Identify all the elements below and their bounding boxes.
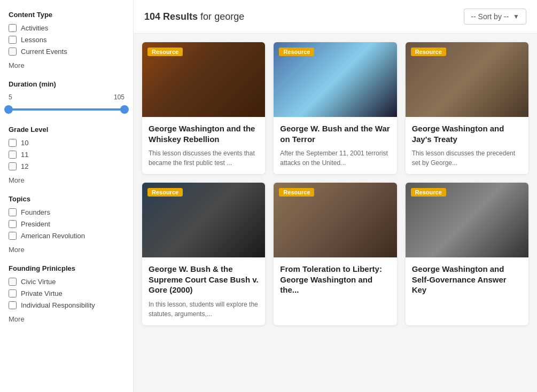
filter-item[interactable]: 10: [9, 139, 124, 147]
cards-grid: ResourceGeorge Washington and the Whiske…: [134, 34, 537, 334]
filter-item[interactable]: American Revolution: [9, 232, 124, 240]
filter-item[interactable]: Individual Responsibility: [9, 301, 124, 309]
card-body: George W. Bush & the Supreme Court Case …: [142, 257, 265, 325]
card-body: George Washington and Self-Governance An…: [406, 257, 528, 306]
filter-label: Founders: [21, 208, 50, 216]
filter-checkbox[interactable]: [9, 232, 17, 240]
filter-item[interactable]: Activities: [9, 24, 124, 32]
filter-item[interactable]: 11: [9, 151, 124, 159]
card-title: George Washington and the Whiskey Rebell…: [149, 123, 259, 144]
filter-item[interactable]: Current Events: [9, 48, 124, 56]
card-image: Resource: [142, 42, 265, 117]
card-description: In this lesson, students will explore th…: [149, 300, 259, 319]
card-title: George W. Bush and the War on Terror: [280, 123, 390, 144]
duration-title: Duration (min): [9, 80, 124, 88]
slider-thumb-left[interactable]: [4, 105, 13, 114]
content-type-more[interactable]: More: [9, 61, 25, 69]
resource-card[interactable]: ResourceGeorge Washington and Jay's Trea…: [406, 42, 528, 174]
grade-level-filter: Grade Level 101112 More: [9, 126, 124, 184]
resource-badge: Resource: [411, 188, 446, 197]
results-query: for george: [200, 11, 244, 22]
filter-checkbox[interactable]: [9, 301, 17, 309]
duration-filter: Duration (min) 5 105: [9, 80, 124, 115]
slider-fill: [9, 108, 124, 111]
filter-checkbox[interactable]: [9, 36, 17, 44]
resource-badge: Resource: [147, 48, 183, 56]
filter-item[interactable]: Private Virtue: [9, 289, 124, 297]
filter-checkbox[interactable]: [9, 139, 17, 147]
founding-principles-filter: Founding Prinicples Civic VirtuePrivate …: [9, 264, 124, 323]
card-body: George Washington and the Whiskey Rebell…: [142, 117, 265, 174]
card-title: George W. Bush & the Supreme Court Case …: [149, 264, 259, 295]
resource-card[interactable]: ResourceGeorge Washington and the Whiske…: [142, 42, 265, 174]
duration-slider[interactable]: [9, 104, 124, 115]
filter-label: President: [21, 220, 50, 228]
card-title: George Washington and Jay's Treaty: [412, 123, 522, 144]
main-content: 104 Results for george -- Sort by -- ▼ R…: [134, 0, 537, 392]
resource-badge: Resource: [279, 188, 314, 197]
content-type-filter: Content Type ActivitiesLessonsCurrent Ev…: [9, 11, 124, 69]
topics-filter: Topics FoundersPresidentAmerican Revolut…: [9, 195, 124, 254]
card-description: This lesson discusses the precedent set …: [412, 148, 522, 168]
card-body: George W. Bush and the War on TerrorAfte…: [274, 117, 396, 174]
filter-label: 12: [21, 162, 28, 170]
card-body: George Washington and Jay's TreatyThis l…: [406, 117, 528, 174]
filter-item[interactable]: 12: [9, 162, 124, 170]
results-count: 104: [144, 11, 160, 22]
card-image: Resource: [274, 183, 396, 257]
card-image: Resource: [406, 42, 528, 117]
filter-label: Individual Responsibility: [21, 301, 95, 309]
filter-item[interactable]: Founders: [9, 208, 124, 216]
topics-title: Topics: [9, 195, 124, 203]
filter-checkbox[interactable]: [9, 162, 17, 170]
card-image: Resource: [274, 42, 396, 117]
filter-item[interactable]: Lessons: [9, 36, 124, 44]
founding-principles-title: Founding Prinicples: [9, 264, 124, 272]
chevron-down-icon: ▼: [513, 13, 519, 20]
filter-label: Current Events: [21, 48, 67, 56]
filter-item[interactable]: Civic Virtue: [9, 278, 124, 286]
duration-min: 5: [9, 93, 12, 101]
filter-label: Lessons: [21, 36, 46, 44]
card-title: George Washington and Self-Governance An…: [412, 264, 522, 295]
topics-more[interactable]: More: [9, 246, 25, 254]
resource-badge: Resource: [147, 188, 183, 197]
card-description: This lesson discusses the events that be…: [149, 148, 259, 168]
founding-principles-more[interactable]: More: [9, 315, 25, 323]
filter-checkbox[interactable]: [9, 220, 17, 228]
filter-checkbox[interactable]: [9, 151, 17, 159]
results-title: 104 Results for george: [144, 11, 244, 22]
content-type-title: Content Type: [9, 11, 124, 19]
resource-card[interactable]: ResourceGeorge W. Bush & the Supreme Cou…: [142, 183, 265, 325]
resource-card[interactable]: ResourceFrom Toleration to Liberty: Geor…: [274, 183, 396, 325]
resource-badge: Resource: [411, 48, 446, 56]
slider-thumb-right[interactable]: [120, 105, 129, 114]
card-image: Resource: [406, 183, 528, 257]
filter-item[interactable]: President: [9, 220, 124, 228]
duration-max: 105: [114, 93, 124, 101]
slider-track: [9, 108, 124, 111]
filter-label: American Revolution: [21, 232, 85, 240]
filter-checkbox[interactable]: [9, 208, 17, 216]
filter-checkbox[interactable]: [9, 278, 17, 286]
card-title: From Toleration to Liberty: George Washi…: [280, 264, 390, 295]
filter-label: 10: [21, 139, 28, 147]
filter-checkbox[interactable]: [9, 289, 17, 297]
sort-label: -- Sort by --: [471, 12, 509, 21]
card-image: Resource: [142, 183, 265, 257]
duration-range: 5 105: [9, 93, 124, 101]
sidebar: Content Type ActivitiesLessonsCurrent Ev…: [0, 0, 134, 392]
resource-card[interactable]: ResourceGeorge W. Bush and the War on Te…: [274, 42, 396, 174]
grade-level-more[interactable]: More: [9, 176, 25, 184]
filter-label: Activities: [21, 24, 48, 32]
card-description: After the September 11, 2001 terrorist a…: [280, 148, 390, 168]
filter-checkbox[interactable]: [9, 24, 17, 32]
grade-level-title: Grade Level: [9, 126, 124, 134]
results-header: 104 Results for george -- Sort by -- ▼: [134, 0, 537, 34]
resource-card[interactable]: ResourceGeorge Washington and Self-Gover…: [406, 183, 528, 325]
filter-label: 11: [21, 151, 28, 159]
filter-checkbox[interactable]: [9, 48, 17, 56]
sort-dropdown[interactable]: -- Sort by -- ▼: [464, 9, 526, 25]
results-label: Results: [163, 11, 198, 22]
resource-badge: Resource: [279, 48, 314, 56]
